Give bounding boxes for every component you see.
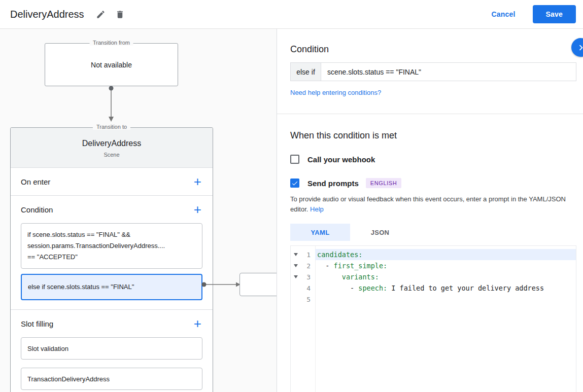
when-met-title: When this condition is met	[290, 130, 583, 141]
code-line: - speech: I failed to get your delivery …	[315, 282, 576, 294]
edit-name-button[interactable]	[91, 5, 111, 24]
condition-input[interactable]	[321, 62, 576, 81]
header: DeliveryAddress Cancel Save	[0, 0, 583, 29]
app-window: DeliveryAddress Cancel Save Transition f…	[0, 0, 583, 392]
prompt-description: To provide audio or visual feedback when…	[290, 194, 574, 215]
transition-from-label: Transition from	[89, 40, 133, 46]
condition-section-title: Condition	[21, 205, 53, 214]
line-number: 1	[301, 251, 315, 259]
fold-arrow-icon[interactable]	[291, 253, 301, 256]
editor-line[interactable]: 5	[291, 294, 576, 305]
fold-arrow-icon[interactable]	[291, 275, 301, 278]
trash-icon	[115, 10, 125, 19]
yaml-editor[interactable]: 1candidates:2 - first_simple:3 variants:…	[290, 245, 576, 392]
fold-arrow-icon[interactable]	[291, 264, 301, 267]
editor-tabs: YAMLJSON	[290, 224, 583, 241]
add-condition-button[interactable]: +	[193, 203, 202, 216]
prompts-option-row: Send prompts ENGLISH	[290, 178, 583, 188]
webhook-option-row: Call your webhook	[290, 155, 583, 164]
add-slot-button[interactable]: +	[193, 317, 202, 330]
on-enter-title: On enter	[21, 177, 50, 186]
code-line: candidates:	[315, 249, 576, 260]
slot-item[interactable]: Slot validation	[21, 337, 202, 360]
pencil-icon	[96, 10, 106, 19]
code-line	[315, 294, 576, 305]
editor-line[interactable]: 2 - first_simple:	[291, 260, 576, 271]
transition-to-label: Transition to	[93, 124, 130, 130]
line-number: 4	[301, 284, 315, 292]
line-number: 5	[301, 296, 315, 303]
send-prompts-label: Send prompts	[307, 179, 359, 188]
page-title: DeliveryAddress	[10, 9, 84, 20]
down-arrow-connector	[106, 85, 117, 125]
editor-line[interactable]: 3 variants:	[291, 271, 576, 282]
panel-title: Condition	[290, 44, 583, 55]
tab-json[interactable]: JSON	[350, 224, 410, 241]
conditions-help-link[interactable]: Need help entering conditions?	[290, 89, 381, 96]
condition-prefix-label: else if	[290, 62, 321, 81]
language-badge: ENGLISH	[366, 178, 402, 188]
save-button[interactable]: Save	[533, 5, 576, 23]
scene-card: Transition to DeliveryAddress Scene On e…	[10, 127, 213, 392]
chevron-right-icon	[575, 42, 583, 53]
on-enter-section: On enter +	[11, 168, 213, 196]
slot-item[interactable]: TransactionDeliveryAddress	[21, 368, 202, 390]
main-content: Transition from Not available Transition…	[0, 29, 583, 392]
slot-filling-section: Slot filling + Slot validationTransactio…	[11, 310, 213, 390]
scene-card-header[interactable]: DeliveryAddress Scene	[11, 128, 213, 168]
webhook-checkbox[interactable]	[290, 155, 299, 164]
transition-from-value: Not available	[91, 61, 132, 69]
flow-diagram-panel: Transition from Not available Transition…	[0, 29, 277, 392]
section-divider	[277, 114, 583, 114]
tab-yaml[interactable]: YAML	[290, 224, 350, 241]
check-icon	[291, 180, 298, 187]
transition-from-node: Transition from Not available	[45, 43, 178, 86]
code-line: - first_simple:	[315, 260, 576, 271]
condition-transition-connector	[200, 280, 244, 289]
transition-target-node[interactable]	[239, 273, 277, 296]
webhook-label: Call your webhook	[307, 155, 375, 164]
condition-expression-row: else if	[290, 62, 576, 81]
cancel-button[interactable]: Cancel	[491, 10, 515, 18]
send-prompts-checkbox[interactable]	[290, 179, 299, 188]
delete-scene-button[interactable]	[111, 5, 130, 24]
condition-item[interactable]: if scene.slots.status == "FINAL" && sess…	[21, 223, 202, 269]
slot-filling-title: Slot filling	[21, 319, 53, 328]
condition-editor-panel: Condition else if Need help entering con…	[277, 29, 583, 392]
yaml-editor-lines: 1candidates:2 - first_simple:3 variants:…	[291, 249, 576, 305]
condition-item-selected[interactable]: else if scene.slots.status == "FINAL"	[21, 274, 202, 300]
editor-line[interactable]: 4 - speech: I failed to get your deliver…	[291, 282, 576, 294]
line-number: 2	[301, 262, 315, 270]
line-number: 3	[301, 273, 315, 281]
slot-list: Slot validationTransactionDeliveryAddres…	[11, 337, 213, 390]
prompt-description-text: To provide audio or visual feedback when…	[290, 195, 566, 213]
condition-section: Condition + if scene.slots.status == "FI…	[11, 196, 213, 310]
prompt-help-link[interactable]: Help	[310, 205, 324, 213]
scene-type: Scene	[11, 152, 213, 158]
code-line: variants:	[315, 271, 576, 282]
scene-name: DeliveryAddress	[11, 139, 213, 148]
add-on-enter-button[interactable]: +	[193, 175, 202, 188]
editor-line[interactable]: 1candidates:	[291, 249, 576, 260]
